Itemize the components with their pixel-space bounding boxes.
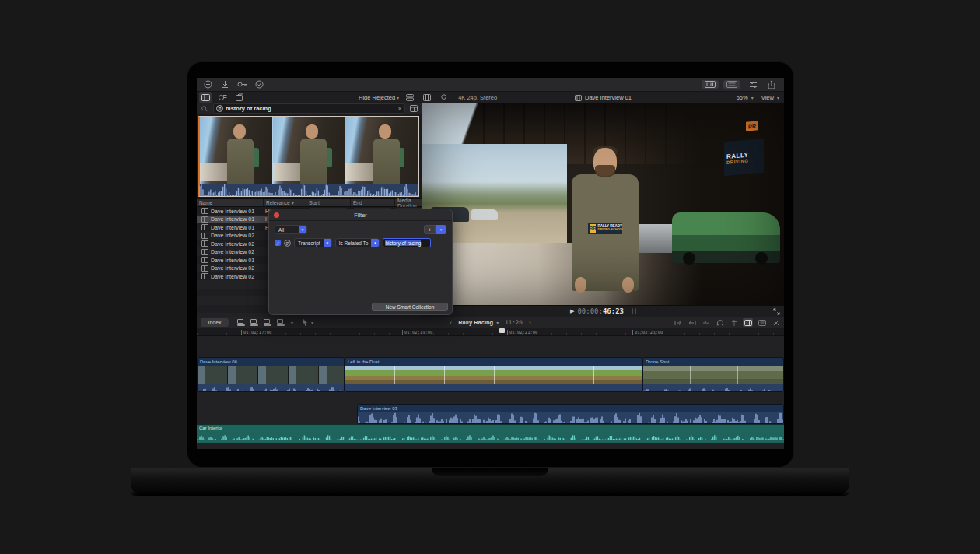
search-result-filmstrip[interactable] <box>198 116 419 197</box>
col-header-duration[interactable]: Media Duration <box>394 199 422 206</box>
col-header-relevance[interactable]: Relevance▾ <box>263 199 306 206</box>
timeline-toolbar: Index ▾ ▾ ‹ Rally Racing▾ <box>197 317 784 328</box>
snapping-icon[interactable] <box>771 318 781 327</box>
trim-start-icon[interactable] <box>673 318 683 327</box>
timeline-ruler[interactable]: 01:02:17:00 01:02:19:00 01:02:21:00 01:0… <box>197 328 784 336</box>
keyword-icon[interactable] <box>236 79 248 90</box>
chevron-down-icon[interactable]: ▾ <box>291 320 293 325</box>
viewer-title-bar: Dave Interview 01 <box>422 92 784 103</box>
browser-view-toggle-icon[interactable] <box>702 80 719 89</box>
search-row: history of racing ✕ <box>197 103 422 114</box>
rule-operator-popup[interactable]: Is Related To ▾ <box>335 238 380 247</box>
viewer-view-menu[interactable]: View ▾ <box>761 94 779 101</box>
search-icon <box>198 103 211 114</box>
skimming-icon[interactable] <box>729 318 739 327</box>
close-icon[interactable] <box>274 212 279 218</box>
favorite-check-icon[interactable] <box>253 79 265 90</box>
index-button[interactable]: Index <box>201 318 229 327</box>
col-header-name[interactable]: Name <box>197 199 263 206</box>
inspector-sliders-icon[interactable] <box>747 79 759 90</box>
download-media-icon[interactable] <box>219 79 231 90</box>
titles-generators-icon[interactable] <box>233 92 246 103</box>
filter-dialog-titlebar[interactable]: Filter <box>269 209 452 221</box>
back-icon[interactable]: ‹ <box>450 319 452 327</box>
hide-rejected-filter[interactable]: Hide Rejected <box>359 94 395 101</box>
video-frame[interactable]: RR RALLY DRIVING RR RALLY READYDRIVING S… <box>422 103 784 305</box>
video-thumbnail <box>200 117 273 184</box>
connect-edit-icon[interactable] <box>236 318 246 326</box>
clear-search-icon[interactable]: ✕ <box>397 106 402 112</box>
timeline-clip-dave-interview-06[interactable]: Dave Interview 06 <box>197 357 345 392</box>
appearance-icon[interactable] <box>408 103 420 114</box>
timeline-clip-dave-interview-03[interactable]: Dave Interview 03 <box>357 404 784 424</box>
edit-buttons: ▾ <box>236 318 293 326</box>
video-thumbnail <box>273 117 346 184</box>
timeline-clip-left-in-the-dust[interactable]: Left in the Dust <box>345 357 642 392</box>
playhead-handle[interactable] <box>499 328 505 333</box>
ruler-timecode: 01:02:21:00 <box>507 330 537 335</box>
clip-icon <box>201 273 208 279</box>
chevron-down-icon: ▾ <box>371 239 379 247</box>
chevron-down-icon: ▾ <box>324 239 331 247</box>
new-smart-collection-button[interactable]: New Smart Collection <box>372 303 448 311</box>
audio-skimming-icon[interactable] <box>701 318 711 327</box>
project-name-menu[interactable]: Rally Racing▾ <box>458 319 499 326</box>
tool-selector[interactable]: ▾ <box>303 319 313 326</box>
playhead[interactable] <box>502 328 502 449</box>
clip-icon <box>575 95 582 101</box>
chevron-down-icon: ▾ <box>299 226 306 233</box>
filter-rule-row: ✓ Transcript ▾ Is Related To ▾ history o… <box>275 238 431 247</box>
index-list-icon[interactable] <box>757 318 767 327</box>
clip-icon <box>201 208 208 214</box>
ruler-timecode: 01:02:19:00 <box>402 330 432 335</box>
rule-value-input[interactable]: history of racing <box>383 238 431 247</box>
ruler-timecode: 01:02:23:00 <box>632 330 663 335</box>
add-rule-menu-icon[interactable]: ▾ <box>436 225 446 234</box>
forward-icon[interactable]: › <box>529 319 531 327</box>
clip-icon <box>201 265 208 272</box>
clip-icon <box>201 257 208 263</box>
transcript-icon <box>216 105 223 112</box>
clip-group-icon[interactable] <box>404 92 416 103</box>
filter-dialog: Filter All ▾ + ▾ ✓ Transcript ▾ <box>268 209 453 315</box>
timeline-view-buttons <box>673 317 781 328</box>
chevron-down-icon: ▾ <box>777 96 779 100</box>
match-popup[interactable]: All ▾ <box>275 225 307 234</box>
clip-appearance-icon[interactable] <box>743 318 753 327</box>
share-icon[interactable] <box>765 79 778 90</box>
add-rule-button[interactable]: + <box>424 225 436 234</box>
timeline-tracks: Dave Interview 06 Left in the Dust Drone… <box>197 336 784 449</box>
col-header-end[interactable]: End <box>350 199 394 206</box>
import-icon[interactable] <box>201 79 214 90</box>
viewer-control-bar: ▾ ▶ 00:00:46:23 <box>422 305 784 317</box>
project-duration: 11:20 <box>505 319 523 326</box>
clip-icon <box>201 216 208 223</box>
timeline-panel: Index ▾ ▾ ‹ Rally Racing▾ <box>197 317 784 449</box>
laptop-lid: Hide Rejected ▾ 4K 24p, Stereo Dave <box>187 61 794 468</box>
video-thumbnail <box>345 117 418 184</box>
insert-edit-icon[interactable] <box>250 318 259 326</box>
play-icon[interactable]: ▶ <box>570 308 574 314</box>
timeline-clip-drone-shot[interactable]: Drone Shot <box>642 357 784 392</box>
rule-type-popup[interactable]: Transcript ▾ <box>294 238 332 247</box>
ruler-timecode: 01:02:17:00 <box>241 330 271 335</box>
solo-headphones-icon[interactable] <box>715 318 725 327</box>
timeline-clip-car-interior[interactable]: Car Interior <box>197 424 784 443</box>
trim-end-icon[interactable] <box>687 318 697 327</box>
col-header-start[interactable]: Start <box>306 199 350 206</box>
overwrite-edit-icon[interactable] <box>276 318 285 326</box>
sidebar-toggle-icon[interactable] <box>199 92 212 103</box>
arrow-tool-icon <box>303 319 308 326</box>
audio-meters[interactable] <box>632 308 636 314</box>
photos-audio-icon[interactable] <box>216 92 229 103</box>
timeline-view-toggle-icon[interactable] <box>723 80 740 89</box>
rule-value-text: history of racing <box>385 240 421 246</box>
append-edit-icon[interactable] <box>263 318 272 326</box>
filmstrip-thumbnails <box>200 117 418 184</box>
rule-enabled-checkbox[interactable]: ✓ <box>275 240 281 246</box>
viewer-panel: RR RALLY DRIVING RR RALLY READYDRIVING S… <box>422 103 784 317</box>
chevron-down-icon: ▾ <box>751 96 754 100</box>
search-input[interactable]: history of racing ✕ <box>213 103 405 114</box>
viewer-zoom-control[interactable]: 55% ▾ <box>737 94 754 101</box>
clip-icon <box>201 249 208 255</box>
